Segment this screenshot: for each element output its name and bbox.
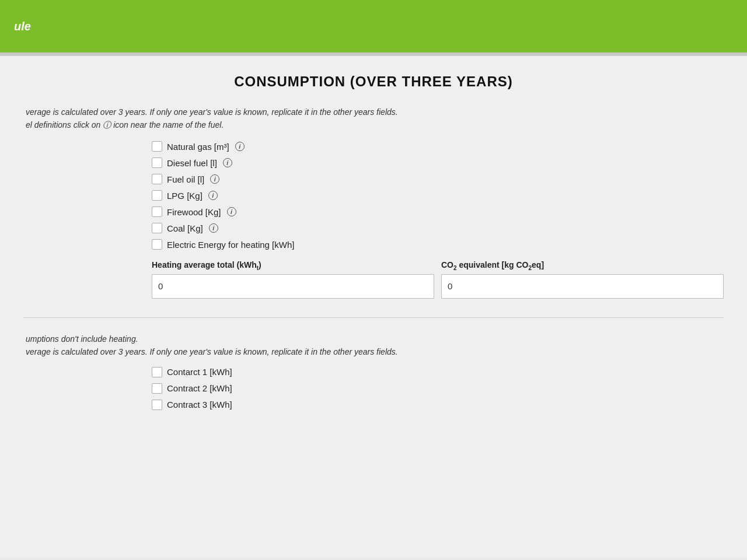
natural-gas-label: Natural gas [m³] — [167, 142, 229, 152]
fuel-oil-label: Fuel oil [l] — [167, 174, 204, 184]
contract-1-label: Contarct 1 [kWh] — [167, 367, 232, 377]
page-title: CONSUMPTION (OVER THREE YEARS) — [23, 74, 724, 90]
firewood-checkbox[interactable] — [152, 206, 162, 217]
contract-item-3: Contract 3 [kWh] — [152, 400, 724, 410]
fuel-oil-checkbox[interactable] — [152, 174, 162, 184]
contract-1-checkbox[interactable] — [152, 367, 162, 377]
electricity-section: umptions don't include heating. verage i… — [23, 334, 724, 410]
heating-total-label: Heating average total (kWht) — [152, 260, 434, 271]
fuel-oil-info-icon[interactable]: i — [210, 174, 219, 184]
co2-total-label: CO2 equivalent [kg CO2eq] — [441, 260, 724, 271]
header-bar: ule — [0, 0, 747, 52]
co2-total-box: CO2 equivalent [kg CO2eq] — [441, 260, 724, 299]
co2-total-input[interactable] — [441, 274, 724, 299]
electricity-instruction-1: umptions don't include heating. — [26, 334, 724, 344]
electric-heating-label: Electric Energy for heating [kWh] — [167, 240, 294, 250]
lpg-checkbox[interactable] — [152, 190, 162, 201]
fuel-item-lpg: LPG [Kg] i — [152, 190, 724, 201]
coal-info-icon[interactable]: i — [209, 223, 218, 233]
firewood-label: Firewood [Kg] — [167, 207, 221, 217]
fuel-item-electric-heating: Electric Energy for heating [kWh] — [152, 239, 724, 250]
section-divider — [23, 317, 724, 318]
fuel-item-diesel: Diesel fuel [l] i — [152, 158, 724, 168]
contract-item-1: Contarct 1 [kWh] — [152, 367, 724, 377]
main-content: CONSUMPTION (OVER THREE YEARS) verage is… — [0, 56, 747, 558]
electricity-instruction-2: verage is calculated over 3 years. If on… — [26, 347, 724, 356]
coal-label: Coal [Kg] — [167, 223, 203, 233]
diesel-label: Diesel fuel [l] — [167, 158, 217, 168]
header-title: ule — [14, 20, 31, 33]
natural-gas-info-icon[interactable]: i — [235, 142, 245, 151]
lpg-label: LPG [Kg] — [167, 191, 203, 201]
contract-checkbox-list: Contarct 1 [kWh] Contract 2 [kWh] Contra… — [152, 367, 724, 410]
lpg-info-icon[interactable]: i — [208, 191, 218, 200]
contract-3-checkbox[interactable] — [152, 400, 162, 410]
fuel-item-firewood: Firewood [Kg] i — [152, 206, 724, 217]
heating-total-box: Heating average total (kWht) — [152, 260, 434, 299]
contract-item-2: Contract 2 [kWh] — [152, 383, 724, 394]
coal-checkbox[interactable] — [152, 223, 162, 233]
diesel-checkbox[interactable] — [152, 158, 162, 168]
heating-instruction-1: verage is calculated over 3 years. If on… — [26, 107, 724, 117]
fuel-item-fuel-oil: Fuel oil [l] i — [152, 174, 724, 184]
contract-2-checkbox[interactable] — [152, 383, 162, 394]
natural-gas-checkbox[interactable] — [152, 141, 162, 152]
diesel-info-icon[interactable]: i — [223, 158, 232, 167]
firewood-info-icon[interactable]: i — [227, 207, 236, 216]
fuel-item-coal: Coal [Kg] i — [152, 223, 724, 233]
heating-totals-row: Heating average total (kWht) CO2 equival… — [152, 260, 724, 299]
heating-section: verage is calculated over 3 years. If on… — [23, 107, 724, 299]
heating-total-input[interactable] — [152, 274, 434, 299]
contract-2-label: Contract 2 [kWh] — [167, 383, 232, 393]
heating-instruction-2: el definitions click on ⓘ icon near the … — [26, 120, 724, 131]
fuel-item-natural-gas: Natural gas [m³] i — [152, 141, 724, 152]
electric-heating-checkbox[interactable] — [152, 239, 162, 250]
fuel-checkbox-list: Natural gas [m³] i Diesel fuel [l] i Fue… — [152, 141, 724, 250]
contract-3-label: Contract 3 [kWh] — [167, 400, 232, 410]
